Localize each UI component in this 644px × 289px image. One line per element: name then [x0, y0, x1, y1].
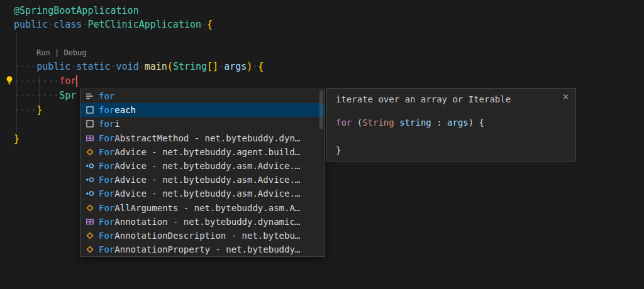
struct-icon [83, 133, 97, 143]
suggestion-label: ForAllArguments - net.bytebuddy.asm.A… [99, 203, 300, 213]
suggestion-item[interactable]: ForAdvice - net.bytebuddy.asm.Advice.… [80, 187, 325, 200]
lightbulb-icon[interactable] [4, 75, 14, 85]
code-editor: @SpringBootApplication public·class·PetC… [0, 0, 644, 289]
class-icon [83, 203, 97, 213]
suggestion-item[interactable]: ForAllArguments - net.bytebuddy.asm.A… [80, 201, 325, 215]
docs-code-line: for (String string : args) { [336, 116, 484, 129]
suggestion-label: ForAnnotationProperty - net.bytebuddy… [99, 244, 300, 254]
scrollbar-thumb[interactable] [319, 90, 323, 129]
keyword-icon [83, 91, 97, 101]
class-icon [83, 244, 97, 254]
suggestion-item[interactable]: for [80, 89, 325, 103]
field-icon [83, 175, 97, 185]
suggestion-item[interactable]: fori [80, 117, 325, 131]
suggestion-item[interactable]: ForAnnotationProperty - net.bytebuddy… [80, 243, 325, 256]
class-icon [83, 147, 97, 157]
suggestion-item[interactable]: foreach [80, 103, 325, 117]
suggest-scrollbar[interactable] [318, 89, 325, 256]
code-line-class-declaration[interactable]: public·class·PetClinicApplication·{ [14, 18, 213, 31]
code-line-close-main[interactable]: ····} [14, 103, 42, 117]
suggest-widget: forforeachforiForAbstractMethod - net.by… [80, 89, 325, 257]
suggestion-label: foreach [99, 105, 136, 115]
code-line-typed-for[interactable]: ········for [14, 74, 76, 88]
text-cursor [76, 75, 77, 87]
suggest-docs-panel: iterate over an array or Iterable × for … [326, 88, 576, 161]
code-line-spring[interactable]: ········Spr [14, 89, 76, 102]
codelens: Run | Debug [36, 48, 87, 58]
suggestion-label: ForAnnotation - net.bytebuddy.dynamic… [99, 217, 300, 227]
docs-code-line: } [336, 144, 341, 156]
suggestion-item[interactable]: ForAdvice - net.bytebuddy.asm.Advice.… [80, 159, 325, 173]
suggestion-label: ForAnnotationDescription - net.bytebu… [99, 231, 300, 241]
class-icon [83, 231, 97, 241]
suggestion-label: for [99, 91, 114, 101]
struct-icon [83, 217, 97, 227]
snippet-icon [83, 105, 97, 115]
suggestion-item[interactable]: ForAbstractMethod - net.bytebuddy.dyn… [80, 131, 325, 145]
suggestion-label: ForAdvice - net.bytebuddy.asm.Advice.… [99, 175, 300, 185]
suggestion-list: forforeachforiForAbstractMethod - net.by… [80, 89, 325, 256]
code-line-main-declaration[interactable]: ····public·static·void·main(String[]·arg… [14, 60, 264, 74]
run-link[interactable]: Run [36, 48, 50, 57]
docs-summary: iterate over an array or Iterable [336, 94, 511, 104]
field-icon [83, 188, 97, 199]
suggestion-label: ForAdvice - net.bytebuddy.asm.Advice.… [99, 161, 300, 171]
suggestion-item[interactable]: ForAnnotation - net.bytebuddy.dynamic… [80, 215, 325, 229]
debug-link[interactable]: Debug [64, 48, 86, 57]
suggestion-item[interactable]: ForAdvice - net.bytebuddy.asm.Advice.… [80, 173, 325, 187]
code-line-close-class[interactable]: } [14, 132, 19, 146]
suggestion-label: ForAbstractMethod - net.bytebuddy.dyn… [99, 133, 300, 143]
suggestion-label: ForAdvice - net.bytebuddy.agent.build… [99, 147, 300, 157]
field-icon [83, 161, 97, 171]
suggestion-label: ForAdvice - net.bytebuddy.asm.Advice.… [99, 188, 300, 199]
snippet-icon [83, 119, 97, 129]
suggestion-item[interactable]: ForAnnotationDescription - net.bytebu… [80, 229, 325, 243]
codelens-separator: | [50, 48, 64, 57]
close-icon[interactable]: × [563, 91, 569, 102]
suggestion-label: fori [99, 119, 120, 129]
code-line-annotation[interactable]: @SpringBootApplication [14, 4, 139, 18]
suggestion-item[interactable]: ForAdvice - net.bytebuddy.agent.build… [80, 145, 325, 159]
